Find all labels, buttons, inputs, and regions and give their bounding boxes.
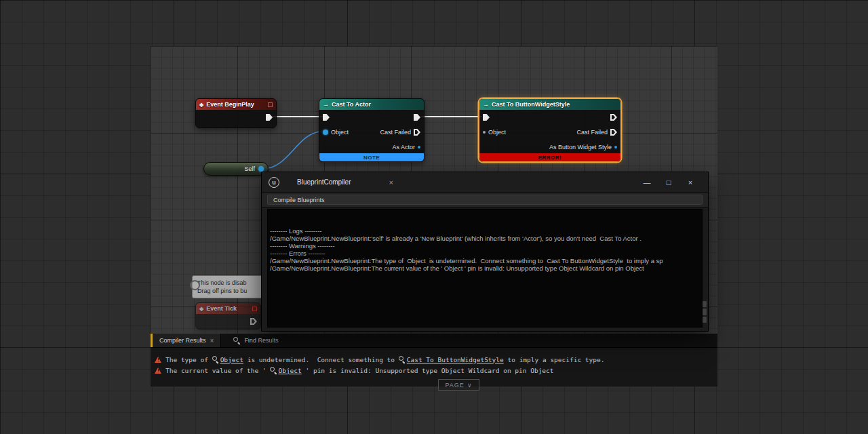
log-line: /Game/NewBlueprint.NewBlueprint:'self' i… — [270, 235, 700, 242]
exec-output-pin[interactable] — [250, 318, 257, 325]
tab-label: Compiler Results — [159, 337, 206, 344]
as-button-widget-style-output-pin[interactable] — [614, 146, 617, 149]
cast-icon: → — [323, 101, 329, 108]
exec-output-pin[interactable] — [414, 114, 420, 121]
note-banner: NOTE — [319, 153, 424, 161]
warning-icon — [155, 368, 161, 374]
event-icon: ◆ — [199, 102, 203, 108]
window-tab-close-button[interactable]: × — [389, 178, 393, 186]
node-header-event-tick: ◆ Event Tick — [196, 303, 260, 314]
cast-failed-output-pin[interactable] — [610, 129, 617, 136]
node-self[interactable]: Self — [203, 162, 269, 176]
message-link-object[interactable]: Object — [270, 367, 301, 374]
event-marker-icon — [252, 307, 257, 311]
object-wire-self-to-cast — [263, 132, 322, 169]
exec-input-pin[interactable] — [483, 114, 490, 121]
pin-label-cast-failed: Cast Failed — [576, 129, 608, 136]
pin-label-object: Object — [331, 129, 349, 136]
event-icon: ◆ — [199, 306, 203, 312]
object-input-pin[interactable] — [323, 130, 328, 135]
node-event-beginplay[interactable]: ◆ Event BeginPlay — [195, 98, 277, 128]
node-title: Event BeginPlay — [206, 101, 254, 108]
exec-output-pin[interactable] — [610, 114, 617, 121]
link-label: Object — [220, 356, 243, 363]
results-tabstrip: Compiler Results × Find Results — [151, 334, 717, 348]
message-text: The type of — [165, 356, 212, 363]
link-label: Cast To ButtonWidgetStyle — [407, 356, 504, 363]
node-title: Event Tick — [206, 305, 237, 312]
maximize-button[interactable]: □ — [658, 172, 679, 193]
compile-blueprints-button[interactable]: Compile Blueprints — [267, 195, 703, 205]
node-event-tick[interactable]: ◆ Event Tick — [195, 302, 261, 330]
compiler-results-panel: Compiler Results × Find Results The type… — [151, 334, 717, 387]
cast-icon: → — [483, 101, 489, 108]
tab-compiler-results[interactable]: Compiler Results × — [153, 334, 221, 347]
node-header-event-beginplay: ◆ Event BeginPlay — [196, 99, 276, 110]
tab-find-results[interactable]: Find Results — [226, 334, 285, 347]
warning-icon — [155, 357, 161, 363]
object-input-pin[interactable] — [483, 131, 486, 134]
node-title: Cast To Actor — [332, 101, 371, 108]
log-line: -------- Errors -------- — [270, 250, 700, 257]
window-title: BlueprintCompiler — [297, 178, 351, 186]
exec-input-pin[interactable] — [323, 114, 330, 121]
message-link-cast-to-buttonwidgetstyle[interactable]: Cast To ButtonWidgetStyle — [399, 356, 504, 363]
unreal-logo-icon: u — [269, 177, 279, 188]
page-selector[interactable]: PAGE ∨ — [438, 379, 479, 391]
compiler-message-row: The type of Object is undetermined. Conn… — [155, 354, 717, 365]
message-link-object[interactable]: Object — [212, 356, 243, 363]
error-banner: ERROR! — [479, 153, 620, 161]
log-line: -------- Logs -------- — [270, 227, 700, 235]
node-header-cast-to-actor: → Cast To Actor — [319, 99, 424, 110]
pin-label-as-actor: As Actor — [392, 144, 415, 151]
tab-close-icon[interactable]: × — [210, 337, 214, 344]
search-icon — [270, 367, 277, 374]
as-actor-output-pin[interactable] — [418, 146, 420, 149]
pin-label-as-button-widget-style: As Button Widget Style — [549, 144, 612, 151]
link-label: Object — [278, 367, 301, 374]
node-title: Self — [244, 165, 255, 172]
minimize-button[interactable]: — — [636, 172, 658, 193]
blueprint-compiler-window: u BlueprintCompiler × — □ × Compile Blue… — [261, 172, 709, 332]
compiler-message-row: The current value of the ' Object ' pin … — [155, 365, 717, 376]
message-text: is undetermined. Connect something to — [243, 356, 399, 363]
chevron-down-icon: ∨ — [467, 382, 473, 389]
cursor-ring-icon — [190, 280, 200, 290]
log-line: -------- Warnings -------- — [270, 242, 700, 250]
node-cast-to-actor[interactable]: → Cast To Actor Object Cast Failed — [319, 98, 425, 162]
search-icon — [233, 337, 240, 344]
message-text: to imply a specific type. — [504, 356, 605, 363]
log-scrollbar[interactable] — [703, 301, 707, 323]
search-icon — [399, 356, 406, 363]
message-text: The current value of the ' — [165, 367, 270, 374]
log-line: /Game/NewBlueprint.NewBlueprint:The curr… — [270, 264, 700, 272]
node-header-cast-to-buttonwidgetstyle: → Cast To ButtonWidgetStyle — [479, 99, 620, 110]
page-label: PAGE — [446, 382, 465, 389]
results-message-list: The type of Object is undetermined. Conn… — [151, 348, 717, 376]
exec-output-pin[interactable] — [266, 114, 273, 121]
window-titlebar[interactable]: u BlueprintCompiler × — □ × — [262, 172, 708, 193]
desktop-background: ◆ Event BeginPlay → Cast To Actor Obje — [0, 0, 868, 434]
log-line: /Game/NewBlueprint.NewBlueprint:The type… — [270, 257, 700, 264]
message-text: ' pin is invalid: Unsupported type Objec… — [302, 367, 554, 374]
pin-label-cast-failed: Cast Failed — [380, 129, 411, 136]
compiler-log-output: -------- Logs -------- /Game/NewBlueprin… — [267, 209, 703, 328]
search-icon — [212, 356, 219, 363]
cast-failed-output-pin[interactable] — [414, 129, 420, 136]
window-toolbar: Compile Blueprints — [262, 193, 708, 208]
tab-label: Find Results — [244, 337, 278, 344]
event-marker-icon — [268, 102, 273, 107]
self-output-pin[interactable] — [258, 166, 264, 172]
node-title: Cast To ButtonWidgetStyle — [492, 101, 570, 108]
close-button[interactable]: × — [679, 172, 701, 193]
pin-label-object: Object — [488, 129, 506, 136]
node-cast-to-buttonwidgetstyle[interactable]: → Cast To ButtonWidgetStyle Object Cast … — [479, 98, 621, 162]
